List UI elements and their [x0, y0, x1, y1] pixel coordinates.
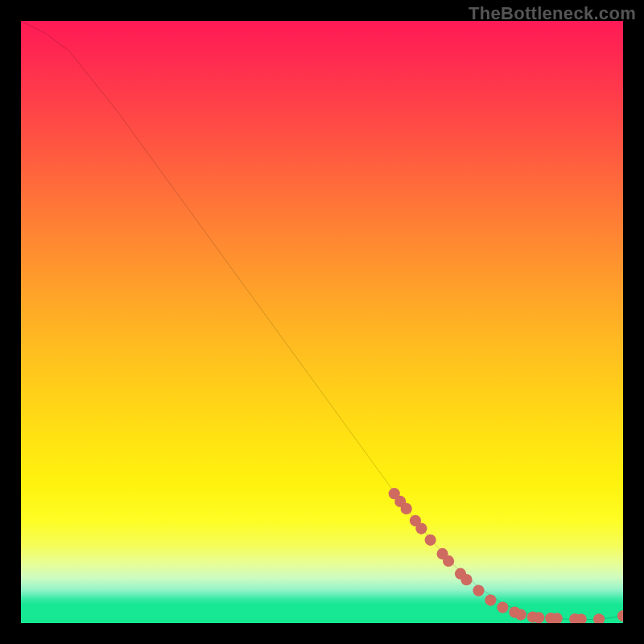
- data-marker: [415, 522, 427, 534]
- chart-frame: TheBottleneck.com: [0, 0, 644, 644]
- plot-area: [21, 21, 623, 623]
- data-marker: [497, 601, 508, 613]
- data-marker: [460, 574, 472, 585]
- markers-group: [389, 488, 623, 623]
- watermark-text: TheBottleneck.com: [469, 3, 636, 24]
- data-marker: [443, 555, 454, 567]
- curve-path: [21, 21, 623, 620]
- data-marker: [515, 609, 526, 620]
- data-marker: [485, 594, 496, 605]
- data-marker: [617, 610, 623, 621]
- data-marker: [533, 612, 544, 623]
- chart-svg: [21, 21, 623, 623]
- data-marker: [401, 503, 412, 514]
- data-marker: [425, 535, 436, 546]
- data-marker: [593, 613, 605, 623]
- curve-path-group: [21, 21, 623, 620]
- data-marker: [473, 585, 484, 597]
